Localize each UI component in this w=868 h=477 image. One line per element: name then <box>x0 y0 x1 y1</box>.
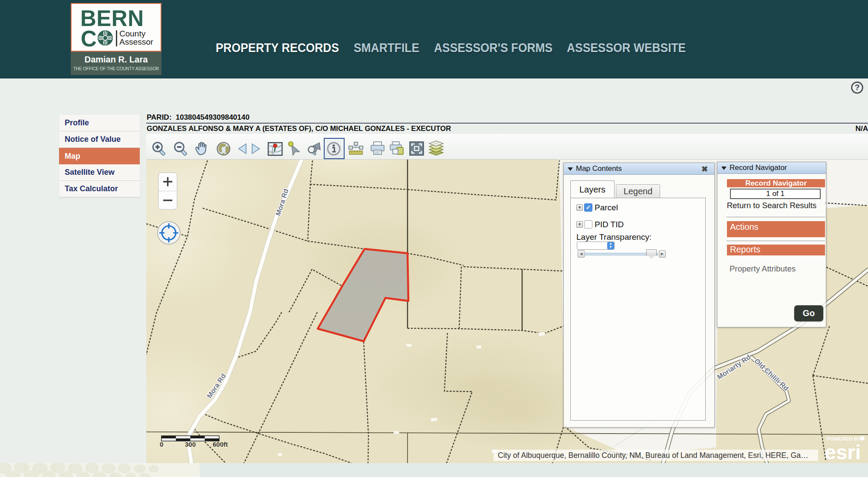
svg-text:600ft: 600ft <box>213 441 228 448</box>
svg-text:esri: esri <box>825 441 861 463</box>
svg-text:300: 300 <box>185 441 196 448</box>
svg-text:0: 0 <box>160 441 163 448</box>
svg-text:City of Albuquerque, Bernalill: City of Albuquerque, Bernalillo County, … <box>498 451 809 460</box>
